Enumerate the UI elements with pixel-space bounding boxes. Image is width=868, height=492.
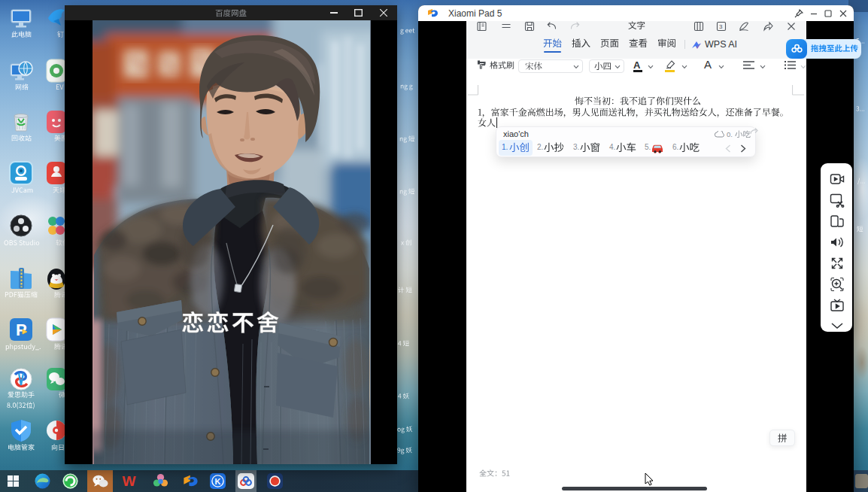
svg-text:P: P (16, 320, 27, 339)
svg-text:3: 3 (719, 23, 723, 30)
svg-text:K: K (215, 477, 221, 486)
